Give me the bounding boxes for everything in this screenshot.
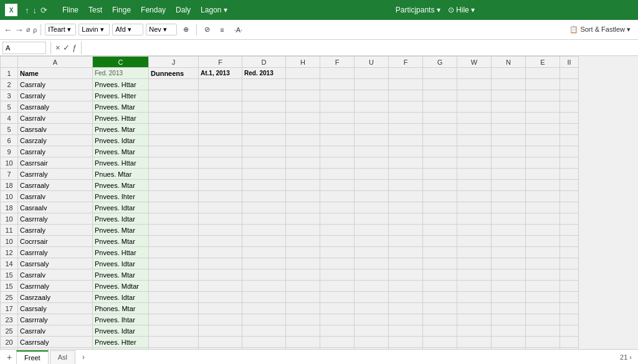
cell-c[interactable]: Pnvees. Htter [93,348,149,350]
sheet-tab-asl[interactable]: Asl [50,350,75,364]
cell-a[interactable]: Casrraly [18,90,93,101]
cell-c[interactable]: Pnvees. Htter [93,90,149,101]
undo-icon[interactable]: ↑ [25,6,29,15]
cell-c[interactable]: Pnvees. Idtar [93,292,149,303]
cell-c[interactable]: Pnvees. Idtar [93,325,149,337]
nev-dropdown[interactable]: Nev ▾ [146,24,177,35]
cell-a1[interactable]: Name [18,68,93,79]
cell-c[interactable]: Pnvees. Htter [93,337,149,348]
cell-a[interactable]: Casrzaly [18,135,93,146]
user-icon[interactable]: ≡ [216,25,227,35]
cell-a[interactable]: Casrrsair [18,157,93,169]
cell-c[interactable]: Pnvees. Idtar [93,213,149,225]
grid-icon[interactable]: ⊕ [179,24,193,35]
cell-c[interactable]: Pnvees. Mdtar [93,281,149,292]
cell-c[interactable]: Pnvees. Mtar [93,225,149,236]
col-header-f[interactable]: F [199,57,242,68]
cell-a[interactable]: Casrrraly [18,169,93,180]
cell-c[interactable]: Pnvees. Idtar [93,135,149,146]
col-header-f3[interactable]: F [389,57,423,68]
cell-c[interactable]: Pnvees. Httar [93,79,149,90]
cell-c[interactable]: Pnvees. Mtar [93,101,149,113]
cell-a[interactable]: Cocrrsair [18,236,93,247]
cell-c[interactable]: Pnues. Mtar [93,169,149,180]
name-box[interactable] [2,42,46,54]
cell-c[interactable]: Phones. Mtar [93,303,149,314]
back-arrow[interactable]: ← [4,25,12,35]
cell-c[interactable]: Pnvees. Ihter [93,191,149,202]
undo-ribbon-icon[interactable]: ⌀ [26,26,31,34]
add-sheet-button[interactable]: + [2,350,16,364]
hile-menu[interactable]: ⊙ Hile ▾ [448,6,475,14]
link-icon[interactable]: ⊘ [201,24,214,35]
cell-a[interactable]: Casrrraly [18,314,93,325]
cell-a[interactable]: Casrrnaly [18,281,93,292]
cell-a[interactable]: Casrzaaly [18,292,93,303]
cell-d1[interactable]: Red. 2013 [242,68,286,79]
forward-arrow[interactable]: → [15,25,24,35]
cell-a[interactable]: Casraalv [18,202,93,213]
cell-a[interactable]: Casrsaly [18,303,93,314]
afd-dropdown[interactable]: Afd ▾ [112,24,143,35]
cell-c[interactable]: Pnvees. Ihtar [93,314,149,325]
menu-lagon[interactable]: Lagon ▾ [196,3,232,17]
confirm-formula-icon[interactable]: ✓ [63,43,70,52]
cell-c[interactable]: Pnvees. Mtar [93,180,149,191]
col-header-n[interactable]: N [492,57,526,68]
menu-daly[interactable]: Daly [171,3,196,17]
menu-fenday[interactable]: Fenday [136,3,171,17]
cell-a[interactable]: Casrraly [18,225,93,236]
col-header-f2[interactable]: F [320,57,355,68]
col-header-h[interactable]: H [286,57,320,68]
cell-a[interactable]: Casrraaly [18,101,93,113]
cancel-formula-icon[interactable]: × [55,43,60,52]
cell-a[interactable]: Casrraaly [18,180,93,191]
function-icon[interactable]: ƒ [72,43,77,52]
format-a-icon[interactable]: ·A· [231,25,246,35]
sheet-scroll[interactable]: A C J F D H F U F G W N E II [0,56,638,349]
cell-a[interactable]: Casrralv [18,325,93,337]
cell-c[interactable]: Pnvees. Idtar [93,202,149,213]
col-header-w[interactable]: W [457,57,492,68]
cell-a[interactable]: Casrraly [18,79,93,90]
cell-c[interactable]: Pnvees. Httar [93,113,149,124]
col-header-j[interactable]: J [149,57,199,68]
cell-c[interactable]: Pnvees. Httar [93,157,149,169]
col-header-g[interactable]: G [423,57,457,68]
cell-c[interactable]: Pnvees. Mtar [93,124,149,135]
redo-ribbon-icon[interactable]: ρ [33,26,37,34]
cell-a[interactable]: Casrralv [18,191,93,202]
menu-test[interactable]: Test [83,3,107,17]
col-header-ii[interactable]: II [560,57,579,68]
cell-c[interactable]: Pnvees. Idtar [93,258,149,269]
add-sheet-button-2[interactable]: › [77,350,90,364]
cell-j1[interactable]: Dunneens [149,68,199,79]
col-header-e[interactable]: E [526,57,560,68]
teart-dropdown[interactable]: ITeart ▾ [45,24,76,35]
cell-a[interactable]: Casrralv [18,269,93,281]
cell-a[interactable]: Casrrsaly [18,337,93,348]
cell-c[interactable]: Pnvees. Httar [93,247,149,258]
cell-a[interactable]: Casrsalv [18,124,93,135]
cell-a[interactable]: Casrralv [18,113,93,124]
cell-a[interactable]: Casrrsaly [18,258,93,269]
col-header-d[interactable]: D [242,57,286,68]
menu-finge[interactable]: Finge [107,3,136,17]
cell-f1[interactable]: At.1, 2013 [199,68,242,79]
participants-menu[interactable]: Particjpants ▾ [396,6,440,14]
cell-c[interactable]: Pnvees. Mtar [93,146,149,157]
lavin-dropdown[interactable]: Lavin ▾ [79,24,110,35]
cell-c[interactable]: Pnvees. Mtar [93,269,149,281]
sort-filter-button[interactable]: 📋 Sort & Fastlew ▾ [566,24,634,35]
cell-a[interactable]: Casrraly [18,146,93,157]
cell-a[interactable]: Casrrraly [18,348,93,350]
save-icon[interactable]: ⟳ [40,6,47,15]
col-header-a[interactable]: A [18,57,93,68]
sheet-tab-freet[interactable]: Freet [16,350,49,364]
cell-a[interactable]: Casrrraly [18,247,93,258]
cell-c[interactable]: Pnvees. Mtar [93,236,149,247]
col-header-u[interactable]: U [355,57,389,68]
redo-icon[interactable]: ↓ [33,6,37,15]
col-header-c[interactable]: C [93,57,149,68]
menu-fline[interactable]: Fline [57,3,83,17]
